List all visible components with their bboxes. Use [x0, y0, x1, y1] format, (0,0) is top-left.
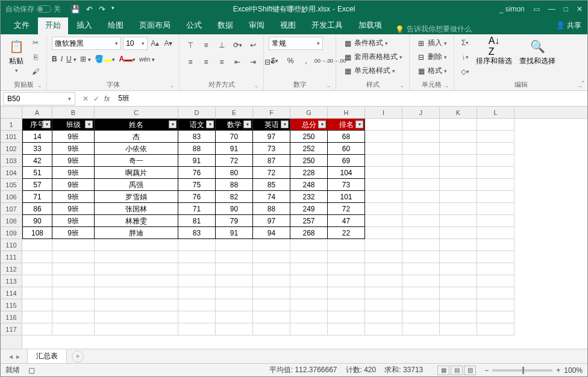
cell[interactable]: 71 — [22, 191, 52, 203]
cell[interactable] — [216, 251, 253, 263]
cell[interactable] — [95, 275, 178, 287]
sheet-nav-prev-icon[interactable]: ◂ — [9, 352, 13, 361]
cell[interactable] — [402, 227, 440, 239]
indent-inc-icon[interactable]: ⇥ — [247, 56, 259, 68]
cell[interactable] — [290, 239, 328, 251]
cell[interactable]: 83 — [178, 131, 216, 143]
cell[interactable] — [402, 263, 440, 275]
cell[interactable]: 90 — [216, 203, 253, 215]
cell[interactable] — [178, 323, 216, 335]
format-table-button[interactable]: ▦套用表格格式▾ — [341, 51, 404, 63]
cell[interactable]: 76 — [178, 167, 216, 179]
cell[interactable] — [52, 299, 95, 311]
filter-button[interactable]: ▾ — [355, 120, 363, 128]
cell[interactable] — [290, 275, 328, 287]
cell[interactable] — [402, 323, 440, 335]
cell[interactable] — [365, 299, 402, 311]
row-header[interactable]: 111 — [1, 251, 22, 263]
align-right-icon[interactable]: ≡ — [216, 56, 228, 68]
cell[interactable] — [52, 251, 95, 263]
cell[interactable] — [402, 167, 440, 179]
phonetic-button[interactable]: wén ▾ — [139, 56, 155, 63]
cell[interactable] — [440, 287, 477, 299]
cell[interactable]: 250 — [290, 155, 328, 167]
filter-button[interactable]: ▾ — [243, 120, 251, 128]
tell-me[interactable]: 💡 告诉我你想要做什么 — [395, 24, 472, 34]
bold-button[interactable]: B — [52, 55, 57, 63]
align-middle-icon[interactable]: ≡ — [200, 39, 212, 51]
cell[interactable] — [22, 275, 52, 287]
cell[interactable] — [402, 287, 440, 299]
cell[interactable]: 83 — [178, 227, 216, 239]
filter-button[interactable]: ▾ — [169, 120, 177, 128]
cell[interactable] — [328, 287, 365, 299]
cell[interactable] — [328, 239, 365, 251]
paste-button[interactable]: 📋 粘贴▾ — [5, 37, 27, 75]
ribbon-display-icon[interactable]: ▭ — [533, 5, 540, 13]
cell[interactable]: 57 — [22, 179, 52, 191]
cell[interactable] — [477, 287, 514, 299]
tab-addins[interactable]: 加载项 — [351, 16, 389, 34]
cell[interactable]: 9班 — [52, 215, 95, 227]
column-header[interactable]: K — [440, 107, 477, 118]
cell[interactable]: 47 — [328, 215, 365, 227]
cell[interactable] — [365, 167, 402, 179]
cell[interactable] — [328, 251, 365, 263]
increase-font-icon[interactable]: A▴ — [149, 37, 161, 49]
cell[interactable] — [95, 287, 178, 299]
cell[interactable]: 75 — [178, 179, 216, 191]
cell[interactable] — [22, 299, 52, 311]
cell[interactable]: 72 — [253, 167, 290, 179]
autosave-toggle[interactable]: 自动保存关 — [5, 4, 61, 14]
view-layout-icon[interactable]: ▤ — [451, 366, 463, 375]
cell[interactable]: 张国林 — [95, 203, 178, 215]
cell[interactable] — [365, 323, 402, 335]
cell[interactable] — [477, 143, 514, 155]
cell[interactable] — [22, 263, 52, 275]
cell[interactable] — [440, 323, 477, 335]
cell[interactable] — [477, 203, 514, 215]
cell[interactable] — [477, 311, 514, 323]
number-format-combo[interactable]: 常规▾ — [269, 37, 323, 50]
cell[interactable]: 33 — [22, 143, 52, 155]
fill-color-button[interactable]: 🪣▾ — [95, 55, 115, 63]
cell[interactable] — [402, 203, 440, 215]
cell[interactable]: 22 — [328, 227, 365, 239]
zoom-level[interactable]: 100% — [564, 366, 583, 375]
cell[interactable] — [328, 299, 365, 311]
cell[interactable] — [440, 263, 477, 275]
collapse-ribbon-icon[interactable]: ˄ — [581, 80, 585, 88]
cell[interactable] — [477, 227, 514, 239]
row-header[interactable]: 1 — [1, 119, 22, 131]
cell[interactable]: 禹强 — [95, 179, 178, 191]
row-header[interactable]: 114 — [1, 287, 22, 299]
row-header[interactable]: 105 — [1, 179, 22, 191]
copy-icon[interactable]: ⎘ — [30, 51, 42, 63]
autosum-icon[interactable]: Σ▾ — [459, 37, 471, 49]
cell[interactable] — [52, 263, 95, 275]
cell[interactable]: 73 — [253, 143, 290, 155]
column-header[interactable]: E — [216, 107, 253, 118]
tab-formulas[interactable]: 公式 — [179, 16, 209, 34]
cell[interactable] — [365, 275, 402, 287]
cell[interactable] — [365, 251, 402, 263]
cell[interactable] — [440, 215, 477, 227]
cell[interactable] — [365, 119, 402, 131]
cell[interactable] — [22, 251, 52, 263]
tab-data[interactable]: 数据 — [210, 16, 240, 34]
cell[interactable] — [402, 191, 440, 203]
cell[interactable] — [440, 191, 477, 203]
filter-button[interactable]: ▾ — [206, 120, 214, 128]
cell[interactable] — [365, 191, 402, 203]
cell[interactable]: 101 — [328, 191, 365, 203]
column-header[interactable]: H — [328, 107, 365, 118]
cell[interactable]: 9班 — [52, 227, 95, 239]
cell[interactable]: 249 — [290, 203, 328, 215]
cell[interactable] — [402, 275, 440, 287]
cell[interactable] — [402, 239, 440, 251]
cell[interactable] — [95, 251, 178, 263]
cell[interactable] — [290, 287, 328, 299]
sort-filter-button[interactable]: A↓Z 排序和筛选 — [474, 37, 514, 67]
cell[interactable] — [365, 155, 402, 167]
fill-icon[interactable]: ↓▾ — [459, 51, 471, 63]
